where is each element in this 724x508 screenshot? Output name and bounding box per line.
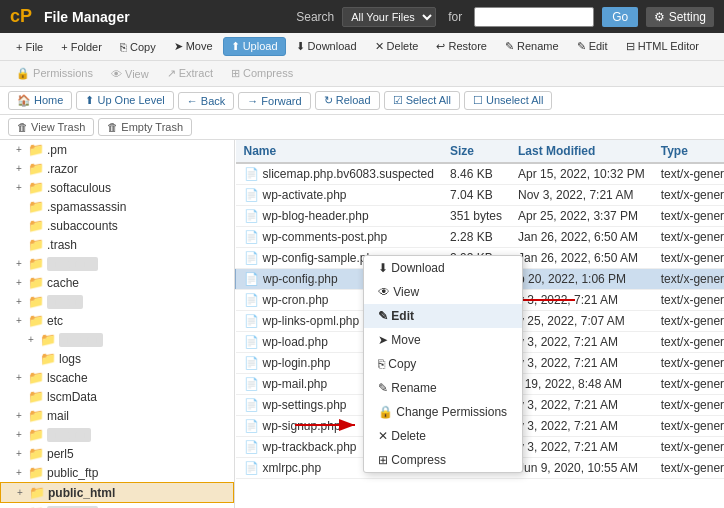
file-modified: Jun 9, 2020, 10:55 AM: [510, 458, 653, 479]
sidebar-item-public-html[interactable]: + 📁 public_html: [0, 482, 234, 503]
sidebar-item-lscache[interactable]: + 📁 lscache: [0, 368, 234, 387]
sidebar-item-blurred3[interactable]: + 📁 ■■■■■■: [0, 330, 234, 349]
context-menu-compress[interactable]: ⊞ Compress: [364, 448, 522, 472]
back-button[interactable]: ← Back: [178, 92, 235, 110]
sidebar-item-label: mail: [47, 409, 69, 423]
context-menu-move[interactable]: ➤ Move: [364, 328, 522, 352]
file-type: text/x-generic: [653, 311, 724, 332]
sidebar-item-label: ■■■■■: [47, 295, 83, 309]
settings-button[interactable]: ⚙ Setting: [646, 7, 714, 27]
delete-button[interactable]: ✕ Delete: [367, 37, 427, 56]
file-type: text/x-generic: [653, 332, 724, 353]
context-menu-copy[interactable]: ⎘ Copy: [364, 352, 522, 376]
new-folder-button[interactable]: + Folder: [53, 38, 110, 56]
file-type: text/x-generic: [653, 227, 724, 248]
sidebar-item-pm[interactable]: + 📁 .pm: [0, 140, 234, 159]
expand-icon: +: [16, 315, 26, 326]
sidebar-item-spamassassin[interactable]: 📁 .spamassassin: [0, 197, 234, 216]
file-name: 📄slicemap.php.bv6083.suspected: [236, 163, 442, 185]
expand-icon: +: [16, 163, 26, 174]
file-size: 8.46 KB: [442, 163, 510, 185]
file-icon: 📄: [244, 398, 259, 412]
html-editor-button[interactable]: ⊟ HTML Editor: [618, 37, 707, 56]
sidebar-item-perl5[interactable]: + 📁 perl5: [0, 444, 234, 463]
sidebar-item-lscmdata[interactable]: 📁 lscmData: [0, 387, 234, 406]
col-size[interactable]: Size: [442, 140, 510, 163]
sidebar-item-cache[interactable]: + 📁 cache: [0, 273, 234, 292]
edit-button[interactable]: ✎ Edit: [569, 37, 616, 56]
sidebar: + 📁 .pm + 📁 .razor + 📁 .softaculous 📁 .s…: [0, 140, 235, 508]
context-menu-download[interactable]: ⬇ Download: [364, 256, 522, 280]
up-one-level-button[interactable]: ⬆ Up One Level: [76, 91, 173, 110]
cpanel-logo: cP: [10, 6, 32, 27]
extract-button[interactable]: ↗ Extract: [159, 64, 221, 83]
file-icon: 📄: [244, 356, 259, 370]
table-row[interactable]: 📄wp-blog-header.php 351 bytes Apr 25, 20…: [236, 206, 725, 227]
home-button[interactable]: 🏠 Home: [8, 91, 72, 110]
context-menu-rename[interactable]: ✎ Rename: [364, 376, 522, 400]
table-row[interactable]: 📄wp-comments-post.php 2.28 KB Jan 26, 20…: [236, 227, 725, 248]
reload-button[interactable]: ↻ Reload: [315, 91, 380, 110]
sidebar-item-mail[interactable]: + 📁 mail: [0, 406, 234, 425]
sidebar-item-blurred1[interactable]: + 📁 ■■■■■■■: [0, 254, 234, 273]
permissions-button[interactable]: 🔒 Permissions: [8, 64, 101, 83]
toolbar-row2: 🔒 Permissions 👁 View ↗ Extract ⊞ Compres…: [0, 61, 724, 87]
search-input[interactable]: [474, 7, 594, 27]
file-icon: 📄: [244, 335, 259, 349]
file-size: 7.04 KB: [442, 185, 510, 206]
file-modified: Apr 25, 2022, 3:37 PM: [510, 206, 653, 227]
forward-button[interactable]: → Forward: [238, 92, 310, 110]
empty-trash-button[interactable]: 🗑 Empty Trash: [98, 118, 192, 136]
sidebar-item-razor[interactable]: + 📁 .razor: [0, 159, 234, 178]
sidebar-item-blurred5[interactable]: + 📁 ■■■■■■■: [0, 503, 234, 508]
file-modified: v 3, 2022, 7:21 AM: [510, 290, 653, 311]
folder-icon: 📁: [28, 237, 44, 252]
search-scope-dropdown[interactable]: All Your Files: [342, 7, 436, 27]
col-name[interactable]: Name: [236, 140, 442, 163]
file-type: text/x-generic: [653, 290, 724, 311]
folder-icon: 📁: [28, 408, 44, 423]
sidebar-item-subaccounts[interactable]: 📁 .subaccounts: [0, 216, 234, 235]
file-name: 📄wp-comments-post.php: [236, 227, 442, 248]
upload-button[interactable]: ⬆ Upload: [223, 37, 286, 56]
col-type[interactable]: Type: [653, 140, 724, 163]
sidebar-item-softaculous[interactable]: + 📁 .softaculous: [0, 178, 234, 197]
toolbar-row1: + File + Folder ⎘ Copy ➤ Move ⬆ Upload ⬇…: [0, 33, 724, 61]
folder-icon: 📁: [28, 427, 44, 442]
sidebar-item-public-ftp[interactable]: + 📁 public_ftp: [0, 463, 234, 482]
file-type: text/x-generic: [653, 374, 724, 395]
view-trash-button[interactable]: 🗑 View Trash: [8, 118, 94, 136]
file-modified: v 3, 2022, 7:21 AM: [510, 395, 653, 416]
table-row[interactable]: 📄wp-activate.php 7.04 KB Nov 3, 2022, 7:…: [236, 185, 725, 206]
expand-icon: +: [16, 277, 26, 288]
sidebar-item-blurred4[interactable]: + 📁 ■■■■■■: [0, 425, 234, 444]
sidebar-item-trash[interactable]: 📁 .trash: [0, 235, 234, 254]
sidebar-item-blurred2[interactable]: + 📁 ■■■■■: [0, 292, 234, 311]
move-button[interactable]: ➤ Move: [166, 37, 221, 56]
restore-button[interactable]: ↩ Restore: [428, 37, 495, 56]
file-icon: 📄: [244, 251, 259, 265]
go-button[interactable]: Go: [602, 7, 638, 27]
table-row[interactable]: 📄slicemap.php.bv6083.suspected 8.46 KB A…: [236, 163, 725, 185]
rename-button[interactable]: ✎ Rename: [497, 37, 567, 56]
folder-icon: 📁: [40, 351, 56, 366]
file-modified: v 3, 2022, 7:21 AM: [510, 416, 653, 437]
select-all-button[interactable]: ☑ Select All: [384, 91, 460, 110]
file-icon: 📄: [244, 167, 259, 181]
sidebar-item-etc[interactable]: + 📁 etc: [0, 311, 234, 330]
unselect-all-button[interactable]: ☐ Unselect All: [464, 91, 553, 110]
sidebar-item-logs[interactable]: 📁 logs: [0, 349, 234, 368]
download-button[interactable]: ⬇ Download: [288, 37, 365, 56]
view-button[interactable]: 👁 View: [103, 65, 157, 83]
sidebar-item-label: .trash: [47, 238, 77, 252]
context-menu-view[interactable]: 👁 View: [364, 280, 522, 304]
compress-button[interactable]: ⊞ Compress: [223, 64, 301, 83]
new-file-button[interactable]: + File: [8, 38, 51, 56]
context-menu-permissions[interactable]: 🔒 Change Permissions: [364, 400, 522, 424]
copy-button[interactable]: ⎘ Copy: [112, 38, 164, 56]
folder-icon: 📁: [28, 180, 44, 195]
context-menu-edit[interactable]: ✎ Edit: [364, 304, 522, 328]
file-name: 📄wp-activate.php: [236, 185, 442, 206]
context-menu-delete[interactable]: ✕ Delete: [364, 424, 522, 448]
col-modified[interactable]: Last Modified: [510, 140, 653, 163]
